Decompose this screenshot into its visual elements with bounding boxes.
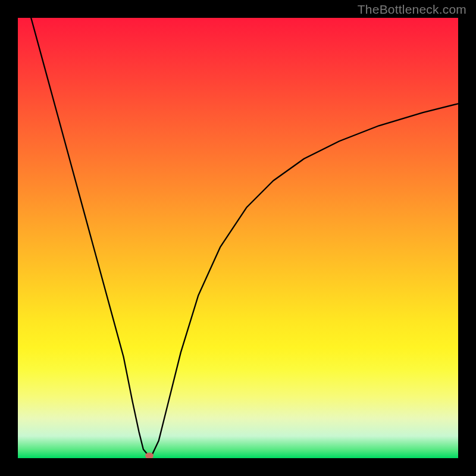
- watermark-text: TheBottleneck.com: [358, 2, 466, 17]
- bottleneck-curve: [31, 18, 458, 455]
- optimal-point-marker: [145, 452, 154, 458]
- curve-layer: [18, 18, 458, 458]
- plot-area: [18, 18, 458, 458]
- chart-frame: TheBottleneck.com: [0, 0, 476, 476]
